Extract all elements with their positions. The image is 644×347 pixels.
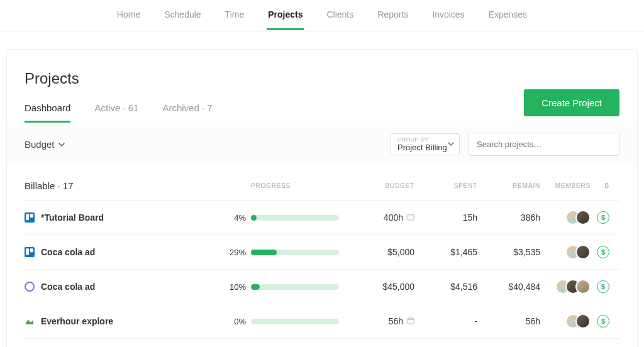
svg-rect-1 xyxy=(26,214,29,220)
dollar-icon[interactable]: $ xyxy=(597,315,609,328)
svg-rect-9 xyxy=(30,248,33,252)
col-members: MEMBERS xyxy=(540,182,591,189)
create-project-button[interactable]: Create Project xyxy=(524,89,619,116)
top-nav: HomeScheduleTimeProjectsClientsReportsIn… xyxy=(0,0,644,31)
budget-value: 56h xyxy=(345,316,414,326)
remain-value: 386h xyxy=(477,212,540,223)
groupby-value: Project Billing xyxy=(397,143,453,152)
avatar xyxy=(575,210,591,225)
groupby-select[interactable]: GROUP BY: Project Billing xyxy=(391,133,460,155)
progress-bar xyxy=(251,250,345,255)
budget-filter[interactable]: Budget xyxy=(25,139,65,150)
dollar-icon[interactable]: $ xyxy=(597,211,609,224)
filter-bar: Budget GROUP BY: Project Billing xyxy=(7,123,637,165)
avatar xyxy=(575,245,591,260)
project-cell: Coca cola ad xyxy=(25,247,213,257)
svg-rect-8 xyxy=(26,248,29,255)
chevron-down-icon xyxy=(58,139,65,150)
spent-value: $1,465 xyxy=(414,247,477,257)
basecamp-icon xyxy=(25,316,35,326)
nav-item-expenses[interactable]: Expenses xyxy=(487,1,528,30)
section-title: Billable · 17 xyxy=(25,180,213,191)
members-avatars[interactable] xyxy=(540,210,591,225)
budget-value: $45,000 xyxy=(345,282,414,292)
table-row[interactable]: Coca cola ad10%$45,000$4,516$40,484$ xyxy=(25,270,619,304)
dollar-icon[interactable]: $ xyxy=(597,280,609,293)
project-name: Coca cola ad xyxy=(41,282,95,292)
project-name: *Tutorial Board xyxy=(41,212,104,223)
subtab-archived[interactable]: Archived · 7 xyxy=(162,102,212,123)
nav-item-reports[interactable]: Reports xyxy=(376,1,409,30)
table-row[interactable]: Everhour explore0%56h-56h$ xyxy=(25,304,619,339)
project-cell: Everhour explore xyxy=(25,316,213,326)
col-spent: SPENT xyxy=(414,182,477,189)
subtab-active[interactable]: Active · 61 xyxy=(94,102,138,123)
calendar-icon xyxy=(407,213,414,223)
search-input[interactable] xyxy=(469,133,619,156)
project-cell: Coca cola ad xyxy=(25,282,213,292)
asana-icon xyxy=(25,282,35,292)
project-cell: *Tutorial Board xyxy=(25,212,213,223)
budget-value: 400h xyxy=(345,212,414,223)
table-row[interactable]: Coca cola ad29%$5,000$1,465$3,535$ xyxy=(25,235,619,270)
col-budget: BUDGET xyxy=(345,182,414,189)
progress-percent: 0% xyxy=(213,317,251,326)
col-remain: REMAIN xyxy=(477,182,540,189)
col-billable: B xyxy=(591,182,609,189)
spent-value: 15h xyxy=(414,212,477,223)
groupby-label: GROUP BY: xyxy=(397,136,453,143)
progress-percent: 4% xyxy=(213,213,251,223)
subtabs: Dashboard Active · 61 Archived · 7 xyxy=(25,102,213,123)
members-avatars[interactable] xyxy=(540,314,591,329)
table-row[interactable]: Explore Basecamp!94%$3,450$3,238$213$ xyxy=(25,339,619,347)
progress-bar xyxy=(251,284,345,290)
page-title: Projects xyxy=(25,70,213,87)
remain-value: $40,484 xyxy=(477,282,540,292)
progress-bar xyxy=(251,319,345,324)
nav-item-home[interactable]: Home xyxy=(116,1,142,30)
subtab-dashboard[interactable]: Dashboard xyxy=(25,102,70,123)
billable-cell: $ xyxy=(591,315,609,328)
members-avatars[interactable] xyxy=(540,245,591,260)
billable-cell: $ xyxy=(591,280,609,293)
nav-item-schedule[interactable]: Schedule xyxy=(163,1,202,30)
chevron-down-icon xyxy=(448,140,454,149)
budget-value: $5,000 xyxy=(345,247,414,257)
nav-item-clients[interactable]: Clients xyxy=(325,1,355,30)
spent-value: $4,516 xyxy=(414,282,477,292)
nav-item-time[interactable]: Time xyxy=(224,1,246,30)
nav-item-invoices[interactable]: Invoices xyxy=(431,1,465,30)
remain-value: 56h xyxy=(477,316,540,326)
svg-rect-11 xyxy=(408,318,414,324)
svg-rect-3 xyxy=(408,214,414,220)
main-card: Projects Dashboard Active · 61 Archived … xyxy=(6,49,638,347)
spent-value: - xyxy=(414,316,477,326)
table-row[interactable]: *Tutorial Board4%400h15h386h$ xyxy=(25,201,619,235)
progress-bar xyxy=(251,215,345,221)
remain-value: $3,535 xyxy=(477,247,540,257)
progress-percent: 10% xyxy=(213,282,251,292)
avatar xyxy=(575,279,591,294)
billable-cell: $ xyxy=(591,246,609,258)
col-progress: PROGRESS xyxy=(251,182,345,189)
members-avatars[interactable] xyxy=(540,279,591,294)
svg-point-10 xyxy=(25,282,34,291)
nav-item-projects[interactable]: Projects xyxy=(267,1,304,30)
project-name: Coca cola ad xyxy=(41,247,95,257)
trello-icon xyxy=(25,247,35,257)
table-header: Billable · 17 PROGRESS BUDGET SPENT REMA… xyxy=(25,165,619,201)
budget-filter-label: Budget xyxy=(25,139,55,150)
progress-percent: 29% xyxy=(213,248,251,257)
calendar-icon xyxy=(407,317,414,326)
billable-cell: $ xyxy=(591,211,609,224)
trello-icon xyxy=(25,212,35,223)
projects-table: Billable · 17 PROGRESS BUDGET SPENT REMA… xyxy=(7,165,637,347)
svg-rect-2 xyxy=(30,214,33,218)
dollar-icon[interactable]: $ xyxy=(597,246,609,258)
avatar xyxy=(575,314,591,329)
project-name: Everhour explore xyxy=(41,316,113,326)
header-row: Projects Dashboard Active · 61 Archived … xyxy=(7,50,637,123)
